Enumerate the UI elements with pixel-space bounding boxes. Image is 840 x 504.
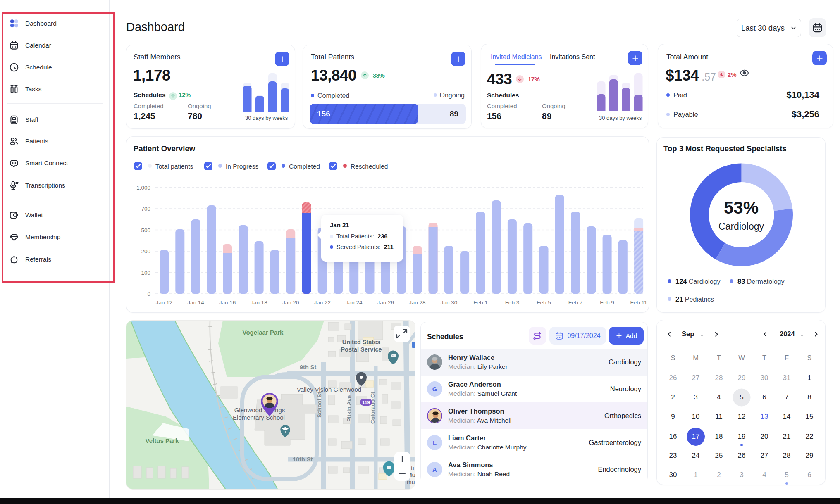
- svg-text:1,000: 1,000: [136, 185, 150, 191]
- svg-text:Elementary School: Elementary School: [233, 414, 285, 421]
- svg-text:Feb 9: Feb 9: [600, 300, 614, 306]
- svg-text:200: 200: [141, 248, 150, 254]
- svg-text:Jan 26: Jan 26: [377, 300, 394, 306]
- svg-text:Pitkin Ave: Pitkin Ave: [346, 395, 352, 422]
- svg-text:Glenwood Springs: Glenwood Springs: [234, 407, 285, 414]
- svg-text:9th St: 9th St: [300, 364, 316, 371]
- svg-text:10th St: 10th St: [293, 456, 313, 463]
- svg-text:Colorado Ct: Colorado Ct: [370, 392, 376, 424]
- svg-text:Feb 7: Feb 7: [568, 300, 583, 306]
- svg-text:Vogelaar Park: Vogelaar Park: [243, 329, 284, 336]
- svg-text:Feb 1: Feb 1: [473, 300, 488, 306]
- svg-text:Postal Service: Postal Service: [341, 346, 382, 353]
- svg-text:700: 700: [141, 206, 150, 212]
- svg-text:Jan 24: Jan 24: [346, 300, 363, 306]
- svg-text:Veltus Park: Veltus Park: [146, 437, 179, 444]
- svg-text:Jan 16: Jan 16: [219, 300, 236, 306]
- svg-text:Jan 18: Jan 18: [251, 300, 267, 306]
- svg-text:0: 0: [147, 291, 150, 297]
- svg-text:Feb 3: Feb 3: [505, 300, 520, 306]
- svg-text:Feb 11: Feb 11: [630, 300, 647, 306]
- svg-text:Feb 5: Feb 5: [537, 300, 551, 306]
- svg-text:Jan 22: Jan 22: [314, 300, 331, 306]
- svg-text:500: 500: [141, 227, 150, 233]
- svg-text:Jan 12: Jan 12: [156, 300, 173, 306]
- svg-text:119: 119: [362, 400, 370, 405]
- svg-text:United States: United States: [342, 339, 381, 345]
- svg-text:Jan 28: Jan 28: [409, 300, 426, 306]
- svg-text:100: 100: [141, 270, 150, 276]
- svg-text:Jan 20: Jan 20: [282, 300, 299, 306]
- svg-text:ti: ti: [411, 464, 414, 471]
- svg-text:Jan 30: Jan 30: [441, 300, 458, 306]
- svg-text:Valley Vision Glenwood: Valley Vision Glenwood: [297, 386, 361, 393]
- svg-text:Jan 14: Jan 14: [187, 300, 204, 306]
- svg-text:School St: School St: [316, 392, 322, 418]
